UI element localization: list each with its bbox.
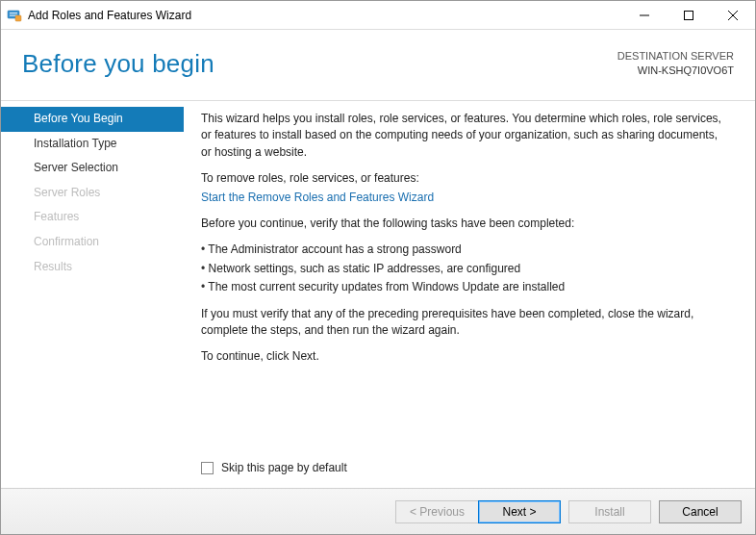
close-button[interactable] (711, 1, 755, 30)
prerequisite-item: Network settings, such as static IP addr… (201, 261, 730, 277)
sidebar-item-label: Confirmation (34, 235, 99, 248)
wizard-header: Before you begin DESTINATION SERVER WIN-… (1, 30, 755, 101)
sidebar-item-before-you-begin[interactable]: Before You Begin (1, 107, 184, 132)
wizard-steps-sidebar: Before You Begin Installation Type Serve… (1, 101, 184, 488)
destination-label: DESTINATION SERVER (617, 49, 734, 64)
sidebar-item-label: Features (34, 210, 79, 223)
sidebar-item-label: Installation Type (34, 137, 117, 150)
intro-text: This wizard helps you install roles, rol… (201, 111, 730, 161)
prerequisite-list: The Administrator account has a strong p… (201, 242, 730, 295)
skip-checkbox[interactable] (201, 462, 214, 474)
sidebar-item-server-selection[interactable]: Server Selection (1, 156, 184, 181)
sidebar-item-label: Results (34, 260, 72, 273)
remove-label: To remove roles, role services, or featu… (201, 170, 730, 187)
sidebar-item-features: Features (1, 205, 184, 230)
previous-button: < Previous (395, 500, 478, 523)
window-title: Add Roles and Features Wizard (28, 9, 622, 22)
destination-server-name: WIN-KSHQ7I0VO6T (617, 64, 734, 78)
sidebar-item-label: Before You Begin (34, 112, 123, 125)
prerequisite-item: The Administrator account has a strong p… (201, 242, 730, 258)
svg-rect-3 (15, 15, 21, 21)
maximize-button[interactable] (667, 1, 711, 30)
rerun-text: If you must verify that any of the prece… (201, 306, 730, 340)
sidebar-item-installation-type[interactable]: Installation Type (1, 132, 184, 157)
sidebar-item-confirmation: Confirmation (1, 230, 184, 255)
continue-hint: To continue, click Next. (201, 348, 730, 365)
page-title: Before you begin (22, 49, 214, 79)
server-manager-icon (7, 8, 22, 23)
sidebar-item-server-roles: Server Roles (1, 181, 184, 206)
prerequisite-item: The most current security updates from W… (201, 279, 730, 295)
content-main: This wizard helps you install roles, rol… (201, 111, 730, 460)
install-button: Install (568, 500, 651, 523)
titlebar: Add Roles and Features Wizard (1, 1, 755, 30)
start-remove-wizard-link[interactable]: Start the Remove Roles and Features Wiza… (201, 191, 434, 204)
skip-label: Skip this page by default (221, 460, 347, 476)
skip-row: Skip this page by default (201, 460, 730, 480)
sidebar-item-results: Results (1, 255, 184, 280)
sidebar-item-label: Server Roles (34, 186, 100, 199)
wizard-body: Before You Begin Installation Type Serve… (1, 101, 755, 488)
wizard-content: This wizard helps you install roles, rol… (184, 101, 755, 488)
verify-label: Before you continue, verify that the fol… (201, 216, 730, 232)
svg-rect-1 (10, 13, 17, 13)
wizard-footer: < Previous Next > Install Cancel (1, 488, 755, 534)
nav-button-group: < Previous Next > (395, 500, 561, 523)
cancel-button[interactable]: Cancel (659, 500, 742, 523)
minimize-button[interactable] (622, 1, 667, 30)
next-button[interactable]: Next > (478, 500, 561, 523)
window-controls (622, 1, 755, 29)
svg-rect-5 (685, 12, 693, 20)
destination-box: DESTINATION SERVER WIN-KSHQ7I0VO6T (617, 49, 734, 79)
sidebar-item-label: Server Selection (34, 161, 118, 174)
